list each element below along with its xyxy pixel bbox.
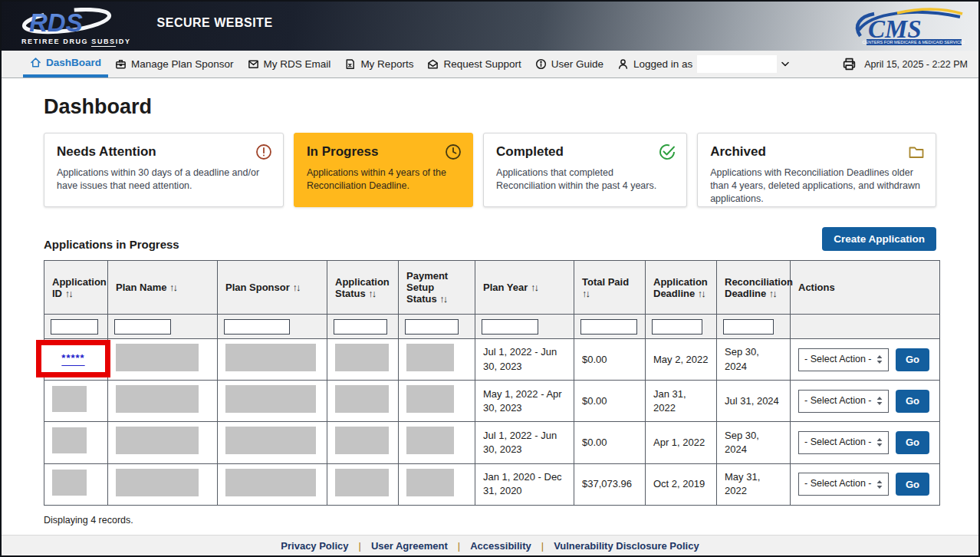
- page-title: Dashboard: [44, 95, 936, 119]
- plan-name-redacted: [116, 469, 199, 496]
- reconciliation-deadline-cell: Jul 31, 2024: [717, 381, 791, 422]
- plan-year-cell: May 1, 2022 - Apr 30, 2023: [475, 381, 574, 422]
- sort-icon: ↑↓: [769, 288, 776, 299]
- rds-logo: RDS Retiree Drug Subsidy: [21, 8, 131, 45]
- svg-text:RDS: RDS: [29, 8, 83, 37]
- payment-setup-status-redacted: [406, 427, 454, 454]
- logged-in-menu[interactable]: Logged in as: [610, 51, 796, 77]
- column-header-total-paid[interactable]: Total Paid ↑↓: [574, 261, 646, 315]
- column-header-plan-name[interactable]: Plan Name ↑↓: [108, 261, 218, 315]
- nav-item-label: My Reports: [360, 58, 413, 70]
- footer-link-accessibility[interactable]: Accessibility: [470, 540, 531, 552]
- sort-icon: ↑↓: [292, 282, 299, 293]
- action-select[interactable]: - Select Action -: [798, 348, 889, 371]
- filter-input-application-status[interactable]: [334, 319, 387, 335]
- plan-year-cell: Jul 1, 2022 - Jun 30, 2023: [475, 339, 574, 381]
- card-in-progress[interactable]: In Progress Applications within 4 years …: [294, 133, 473, 207]
- masthead: RDS Retiree Drug Subsidy SECURE WEBSITE …: [2, 2, 978, 51]
- filter-input-plan-name[interactable]: [114, 319, 171, 335]
- envelope-icon: [248, 58, 259, 70]
- sort-icon: ↑↓: [698, 288, 705, 299]
- filter-input-total-paid[interactable]: [580, 319, 637, 335]
- application-status-redacted: [335, 469, 389, 496]
- application-id-redacted: [52, 427, 87, 453]
- filter-input-application-id[interactable]: [51, 319, 98, 335]
- total-paid-cell: $0.00: [574, 339, 646, 381]
- filter-input-plan-sponsor[interactable]: [224, 319, 290, 335]
- column-header-application-deadline[interactable]: Application Deadline ↑↓: [646, 261, 717, 315]
- cms-logo-icon: CMS CENTERS FOR MEDICARE & MEDICAID SERV…: [848, 7, 965, 47]
- card-description: Applications within 4 years of the Recon…: [307, 166, 460, 193]
- nav-item-label: My RDS Email: [264, 58, 331, 70]
- sort-icon: ↑↓: [582, 288, 589, 299]
- sort-icon: ↑↓: [531, 282, 538, 293]
- info-icon: [535, 58, 547, 70]
- footer-link-user-agreement[interactable]: User Agreement: [371, 540, 448, 552]
- sort-icon: ↑↓: [368, 288, 375, 299]
- select-arrows-icon: [876, 397, 883, 405]
- go-button[interactable]: Go: [896, 390, 929, 413]
- application-deadline-cell: May 2, 2022: [646, 339, 717, 381]
- svg-text:CENTERS FOR MEDICARE & MEDICAI: CENTERS FOR MEDICARE & MEDICAID SERVICES: [862, 40, 965, 44]
- column-header-plan-sponsor[interactable]: Plan Sponsor ↑↓: [218, 261, 327, 315]
- go-button[interactable]: Go: [896, 348, 929, 371]
- nav-item-user-guide[interactable]: User Guide: [528, 51, 610, 77]
- footer-link-privacy-policy[interactable]: Privacy Policy: [281, 540, 348, 552]
- application-id-link[interactable]: *****: [61, 351, 84, 365]
- application-id-redacted: [52, 470, 87, 496]
- logged-in-username-redacted: [697, 55, 777, 73]
- filter-input-plan-year[interactable]: [482, 319, 538, 335]
- filter-input-payment-setup-status[interactable]: [405, 319, 459, 335]
- red-highlight-annotation: *****: [36, 340, 110, 377]
- column-header-application-id[interactable]: Application ID ↑↓: [44, 261, 108, 315]
- application-status-redacted: [335, 385, 389, 413]
- card-title: Completed: [496, 144, 674, 160]
- records-count: Displaying 4 records.: [44, 515, 936, 526]
- nav-item-my-reports[interactable]: My Reports: [337, 51, 420, 77]
- nav-item-manage-plan-sponsor[interactable]: Manage Plan Sponsor: [108, 51, 241, 77]
- request-support-icon: [427, 58, 439, 70]
- application-deadline-cell: Jan 31, 2022: [646, 381, 717, 422]
- card-completed[interactable]: Completed Applications that completed Re…: [483, 133, 687, 207]
- footer-link-vulnerability-disclosure[interactable]: Vulnerability Disclosure Policy: [554, 540, 699, 552]
- filter-input-reconciliation-deadline[interactable]: [723, 319, 774, 335]
- status-cards: Needs Attention Applications within 30 d…: [44, 133, 936, 207]
- action-select[interactable]: - Select Action -: [798, 473, 889, 496]
- current-datetime: April 15, 2025 - 2:22 PM: [864, 59, 968, 70]
- card-archived[interactable]: Archived Applications with Reconciliatio…: [697, 133, 936, 207]
- table-filter-row: [44, 315, 940, 339]
- nav-item-my-rds-email[interactable]: My RDS Email: [241, 51, 338, 77]
- card-description: Applications within 30 days of a deadlin…: [57, 166, 271, 193]
- column-header-application-status[interactable]: Application Status ↑↓: [327, 261, 399, 315]
- filter-input-application-deadline[interactable]: [652, 319, 702, 335]
- nav-item-request-support[interactable]: Request Support: [420, 51, 528, 77]
- card-description: Applications with Reconciliation Deadlin…: [710, 166, 923, 206]
- rds-logo-subtitle: Retiree Drug Subsidy: [21, 38, 131, 45]
- sort-icon: ↑↓: [65, 288, 72, 299]
- print-icon[interactable]: [842, 57, 857, 71]
- card-needs-attention[interactable]: Needs Attention Applications within 30 d…: [44, 133, 284, 207]
- plan-sponsor-redacted: [225, 469, 316, 496]
- column-header-payment-setup-status[interactable]: Payment Setup Status ↑↓: [399, 261, 475, 315]
- logged-in-label: Logged in as: [633, 58, 692, 70]
- column-header-plan-year[interactable]: Plan Year ↑↓: [475, 261, 574, 315]
- card-title: Needs Attention: [57, 144, 271, 160]
- navbar: DashBoard Manage Plan Sponsor My RDS Ema…: [2, 51, 978, 78]
- card-title: In Progress: [307, 144, 460, 160]
- nav-item-dashboard[interactable]: DashBoard: [23, 51, 108, 77]
- footer-separator: |: [359, 540, 361, 552]
- action-select[interactable]: - Select Action -: [798, 431, 889, 454]
- card-description: Applications that completed Reconciliati…: [496, 166, 674, 193]
- select-arrows-icon: [876, 480, 883, 489]
- go-button[interactable]: Go: [896, 473, 929, 496]
- action-select[interactable]: - Select Action -: [798, 390, 889, 413]
- column-header-reconciliation-deadline[interactable]: Reconciliation Deadline ↑↓: [717, 261, 791, 315]
- nav-item-label: Manage Plan Sponsor: [131, 58, 234, 70]
- create-application-button[interactable]: Create Application: [822, 227, 936, 251]
- table-header-row: Application ID ↑↓ Plan Name ↑↓ Plan Spon…: [44, 261, 940, 315]
- sort-icon: ↑↓: [439, 293, 446, 305]
- reconciliation-deadline-cell: May 31, 2022: [717, 463, 791, 505]
- section-title: Applications in Progress: [44, 238, 179, 251]
- go-button[interactable]: Go: [896, 431, 929, 454]
- svg-text:CMS: CMS: [868, 15, 922, 43]
